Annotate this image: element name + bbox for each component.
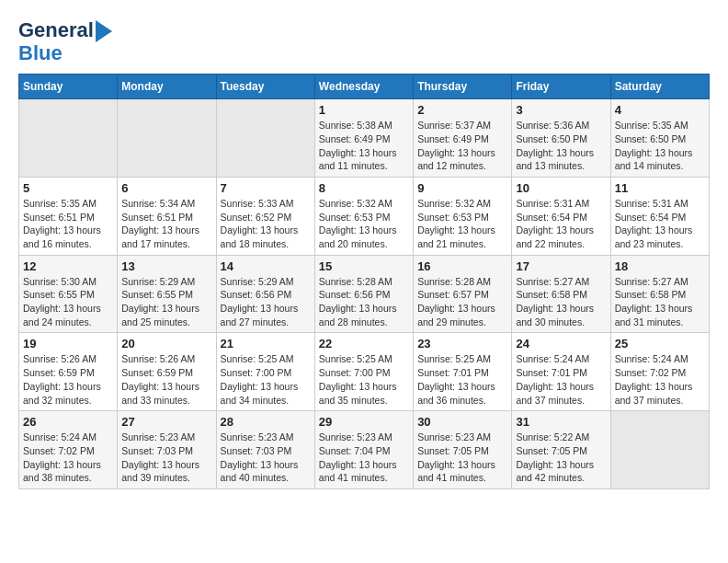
sunrise-label: Sunrise: 5:23 AM (417, 431, 491, 442)
sunset-label: Sunset: 6:53 PM (319, 212, 391, 223)
day-number: 24 (516, 337, 606, 350)
calendar-table: SundayMondayTuesdayWednesdayThursdayFrid… (18, 74, 710, 489)
sunrise-label: Sunrise: 5:24 AM (615, 353, 688, 364)
day-number: 15 (319, 259, 409, 273)
day-number: 3 (516, 103, 606, 117)
calendar-cell: 5 Sunrise: 5:35 AM Sunset: 6:51 PM Dayli… (19, 177, 118, 255)
day-number: 10 (516, 181, 606, 195)
sunrise-label: Sunrise: 5:25 AM (417, 353, 491, 364)
daylight-label: Daylight: 13 hours and 20 minutes. (319, 224, 397, 249)
weekday-header: Monday (118, 75, 216, 99)
day-info: Sunrise: 5:31 AM Sunset: 6:54 PM Dayligh… (615, 197, 705, 251)
day-info: Sunrise: 5:22 AM Sunset: 7:05 PM Dayligh… (516, 431, 606, 485)
calendar-cell: 23 Sunrise: 5:25 AM Sunset: 7:01 PM Dayl… (414, 333, 512, 411)
sunrise-label: Sunrise: 5:27 AM (516, 276, 589, 287)
calendar-cell: 2 Sunrise: 5:37 AM Sunset: 6:49 PM Dayli… (414, 99, 512, 178)
day-number: 18 (615, 259, 705, 273)
daylight-label: Daylight: 13 hours and 25 minutes. (121, 303, 199, 327)
daylight-label: Daylight: 13 hours and 12 minutes. (417, 147, 495, 172)
logo-text: General (18, 19, 94, 41)
sunrise-label: Sunrise: 5:30 AM (23, 276, 97, 287)
sunset-label: Sunset: 7:03 PM (121, 445, 193, 456)
day-info: Sunrise: 5:23 AM Sunset: 7:04 PM Dayligh… (319, 431, 409, 485)
day-info: Sunrise: 5:33 AM Sunset: 6:52 PM Dayligh… (221, 197, 311, 251)
calendar-cell: 7 Sunrise: 5:33 AM Sunset: 6:52 PM Dayli… (216, 177, 314, 255)
day-info: Sunrise: 5:28 AM Sunset: 6:56 PM Dayligh… (319, 275, 409, 329)
daylight-label: Daylight: 13 hours and 27 minutes. (221, 303, 299, 327)
sunrise-label: Sunrise: 5:23 AM (319, 431, 392, 442)
sunset-label: Sunset: 7:00 PM (221, 367, 292, 378)
sunrise-label: Sunrise: 5:31 AM (516, 198, 589, 209)
sunrise-label: Sunrise: 5:28 AM (319, 276, 392, 287)
sunset-label: Sunset: 6:53 PM (417, 212, 489, 223)
sunrise-label: Sunrise: 5:31 AM (615, 198, 688, 209)
day-number: 26 (23, 415, 113, 429)
daylight-label: Daylight: 13 hours and 14 minutes. (615, 147, 693, 172)
sunrise-label: Sunrise: 5:23 AM (221, 431, 294, 442)
daylight-label: Daylight: 13 hours and 29 minutes. (417, 303, 495, 327)
calendar-header-row: SundayMondayTuesdayWednesdayThursdayFrid… (19, 75, 710, 99)
day-info: Sunrise: 5:38 AM Sunset: 6:49 PM Dayligh… (319, 119, 409, 173)
daylight-label: Daylight: 13 hours and 23 minutes. (615, 224, 693, 249)
sunset-label: Sunset: 6:59 PM (121, 367, 193, 378)
sunset-label: Sunset: 6:59 PM (23, 367, 95, 378)
day-info: Sunrise: 5:36 AM Sunset: 6:50 PM Dayligh… (516, 119, 606, 173)
calendar-cell: 15 Sunrise: 5:28 AM Sunset: 6:56 PM Dayl… (314, 255, 413, 333)
day-number: 13 (121, 259, 211, 273)
sunrise-label: Sunrise: 5:37 AM (417, 120, 491, 131)
daylight-label: Daylight: 13 hours and 40 minutes. (221, 459, 299, 484)
calendar-cell (610, 411, 709, 489)
day-number: 12 (23, 259, 113, 273)
sunset-label: Sunset: 6:54 PM (615, 212, 687, 223)
daylight-label: Daylight: 13 hours and 38 minutes. (23, 459, 101, 484)
calendar-cell: 18 Sunrise: 5:27 AM Sunset: 6:58 PM Dayl… (610, 255, 709, 333)
sunset-label: Sunset: 6:51 PM (23, 212, 95, 223)
sunset-label: Sunset: 6:55 PM (23, 289, 95, 300)
sunset-label: Sunset: 6:57 PM (417, 289, 489, 300)
day-info: Sunrise: 5:24 AM Sunset: 7:02 PM Dayligh… (615, 352, 705, 407)
day-info: Sunrise: 5:29 AM Sunset: 6:56 PM Dayligh… (221, 275, 311, 329)
day-info: Sunrise: 5:35 AM Sunset: 6:50 PM Dayligh… (615, 119, 705, 173)
calendar-week-row: 26 Sunrise: 5:24 AM Sunset: 7:02 PM Dayl… (19, 411, 710, 489)
sunset-label: Sunset: 6:49 PM (319, 133, 391, 144)
weekday-header: Friday (512, 75, 610, 99)
day-number: 28 (221, 415, 311, 429)
day-info: Sunrise: 5:32 AM Sunset: 6:53 PM Dayligh… (319, 197, 409, 251)
sunset-label: Sunset: 6:54 PM (516, 212, 587, 223)
sunset-label: Sunset: 6:58 PM (516, 289, 587, 300)
calendar-cell: 24 Sunrise: 5:24 AM Sunset: 7:01 PM Dayl… (512, 333, 610, 411)
daylight-label: Daylight: 13 hours and 21 minutes. (417, 224, 495, 249)
calendar-cell: 13 Sunrise: 5:29 AM Sunset: 6:55 PM Dayl… (118, 255, 216, 333)
daylight-label: Daylight: 13 hours and 28 minutes. (319, 303, 397, 327)
daylight-label: Daylight: 13 hours and 41 minutes. (319, 459, 397, 484)
weekday-header: Sunday (19, 75, 118, 99)
sunrise-label: Sunrise: 5:32 AM (319, 198, 392, 209)
day-info: Sunrise: 5:37 AM Sunset: 6:49 PM Dayligh… (417, 119, 507, 173)
sunrise-label: Sunrise: 5:25 AM (221, 353, 294, 364)
day-number: 17 (516, 259, 606, 273)
sunrise-label: Sunrise: 5:29 AM (121, 276, 195, 287)
page: General Blue SundayMondayTuesdayWednesda… (0, 0, 728, 508)
calendar-cell (19, 99, 118, 178)
sunrise-label: Sunrise: 5:26 AM (121, 353, 195, 364)
sunset-label: Sunset: 6:55 PM (121, 289, 193, 300)
daylight-label: Daylight: 13 hours and 16 minutes. (23, 224, 101, 249)
day-number: 20 (121, 337, 211, 350)
sunrise-label: Sunrise: 5:26 AM (23, 353, 97, 364)
sunset-label: Sunset: 6:50 PM (516, 133, 587, 144)
day-info: Sunrise: 5:25 AM Sunset: 7:00 PM Dayligh… (221, 352, 311, 407)
daylight-label: Daylight: 13 hours and 13 minutes. (516, 147, 594, 172)
day-number: 1 (319, 103, 409, 117)
sunset-label: Sunset: 7:01 PM (417, 367, 489, 378)
day-info: Sunrise: 5:24 AM Sunset: 7:02 PM Dayligh… (23, 431, 113, 485)
day-info: Sunrise: 5:32 AM Sunset: 6:53 PM Dayligh… (417, 197, 507, 251)
calendar-cell: 25 Sunrise: 5:24 AM Sunset: 7:02 PM Dayl… (610, 333, 709, 411)
daylight-label: Daylight: 13 hours and 17 minutes. (121, 224, 199, 249)
calendar-cell: 22 Sunrise: 5:25 AM Sunset: 7:00 PM Dayl… (314, 333, 413, 411)
sunrise-label: Sunrise: 5:35 AM (23, 198, 97, 209)
calendar-cell: 27 Sunrise: 5:23 AM Sunset: 7:03 PM Dayl… (118, 411, 216, 489)
calendar-cell: 16 Sunrise: 5:28 AM Sunset: 6:57 PM Dayl… (414, 255, 512, 333)
day-info: Sunrise: 5:24 AM Sunset: 7:01 PM Dayligh… (516, 352, 606, 407)
day-info: Sunrise: 5:34 AM Sunset: 6:51 PM Dayligh… (121, 197, 211, 251)
sunrise-label: Sunrise: 5:25 AM (319, 353, 392, 364)
